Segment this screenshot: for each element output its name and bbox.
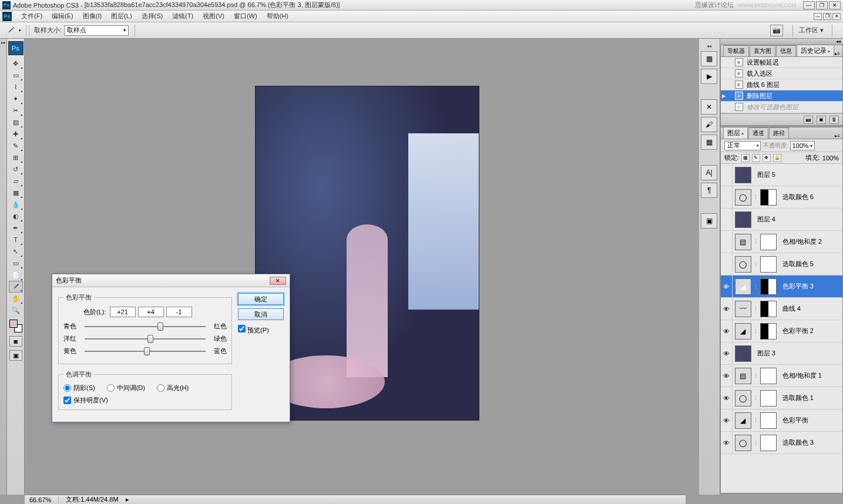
layer-row[interactable]: 👁◢⋮色彩平衡 bbox=[721, 409, 842, 432]
menu-edit[interactable]: 编辑(E) bbox=[47, 12, 78, 21]
doc-minimize-button[interactable]: — bbox=[814, 13, 822, 20]
visibility-toggle[interactable] bbox=[721, 231, 733, 253]
styles-dock-icon[interactable]: ▣ bbox=[701, 213, 717, 229]
layer-name[interactable]: 色相/饱和度 2 bbox=[779, 237, 822, 246]
layer-row[interactable]: 👁◯⋮选取颜色 3 bbox=[721, 432, 842, 454]
cancel-button[interactable]: 取消 bbox=[238, 308, 284, 320]
fill-input[interactable]: 100% bbox=[822, 154, 839, 162]
preview-checkbox[interactable]: 预览(P) bbox=[238, 325, 269, 335]
paragraph-dock-icon[interactable]: ¶ bbox=[701, 183, 717, 198]
mask-thumb[interactable] bbox=[760, 256, 777, 273]
history-brush-tool[interactable]: ↺ bbox=[9, 163, 23, 175]
menu-file[interactable]: 文件(F) bbox=[16, 12, 47, 21]
mask-thumb[interactable] bbox=[760, 368, 777, 384]
mask-thumb[interactable] bbox=[760, 323, 777, 340]
layer-name[interactable]: 选取颜色 6 bbox=[779, 193, 814, 201]
doc-restore-button[interactable]: ❐ bbox=[823, 13, 831, 20]
layer-row[interactable]: ◯⋮选取颜色 5 bbox=[721, 253, 842, 275]
layer-name[interactable]: 选取颜色 5 bbox=[779, 260, 814, 268]
link-icon[interactable]: ⋮ bbox=[753, 328, 758, 334]
link-icon[interactable]: ⋮ bbox=[753, 440, 758, 446]
visibility-toggle[interactable]: 👁 bbox=[721, 342, 733, 364]
adjustment-thumb[interactable]: ◢ bbox=[735, 323, 751, 340]
menu-select[interactable]: 选择(S) bbox=[137, 12, 168, 21]
layer-row[interactable]: ▤⋮色相/饱和度 2 bbox=[721, 231, 842, 253]
layer-row[interactable]: 图层 5 bbox=[721, 164, 842, 186]
gradient-tool[interactable]: ▦ bbox=[9, 187, 23, 199]
adjustment-thumb[interactable]: ◯ bbox=[735, 435, 751, 451]
ps-badge-icon[interactable]: Ps bbox=[8, 41, 23, 55]
adjustment-thumb[interactable]: ◢ bbox=[735, 412, 751, 429]
screenmode-button[interactable]: ▣ bbox=[9, 350, 22, 361]
sample-size-select[interactable]: 取样点 bbox=[64, 25, 129, 36]
layer-name[interactable]: 选取颜色 1 bbox=[779, 394, 814, 402]
mask-thumb[interactable] bbox=[760, 278, 777, 295]
shape-tool[interactable]: ▭ bbox=[9, 257, 23, 269]
panel-collapse-strip[interactable]: ◂◂ bbox=[720, 39, 843, 45]
adjustment-thumb[interactable]: ◯ bbox=[735, 390, 751, 406]
eraser-tool[interactable]: ▱ bbox=[9, 175, 23, 187]
adjustment-thumb[interactable]: ◢ bbox=[735, 278, 751, 295]
opacity-input[interactable]: 100% bbox=[790, 141, 815, 150]
tab-info[interactable]: 信息 bbox=[776, 45, 796, 56]
left-dock-strip[interactable]: ▸▸ bbox=[0, 39, 7, 495]
layer-name[interactable]: 图层 3 bbox=[754, 349, 775, 358]
lock-all-button[interactable]: 🔒 bbox=[773, 154, 781, 162]
menu-help[interactable]: 帮助(H) bbox=[262, 12, 293, 21]
eyedropper-tool[interactable] bbox=[9, 281, 23, 293]
link-icon[interactable]: ⋮ bbox=[753, 284, 758, 290]
visibility-toggle[interactable] bbox=[721, 186, 733, 208]
eyedropper-icon[interactable] bbox=[5, 25, 16, 36]
menu-view[interactable]: 视图(V) bbox=[198, 12, 229, 21]
mask-thumb[interactable] bbox=[760, 412, 777, 429]
history-item[interactable]: ≡载入选区 bbox=[721, 68, 842, 79]
path-tool[interactable]: ↖ bbox=[9, 246, 23, 257]
tab-paths[interactable]: 路径 bbox=[769, 127, 789, 139]
adjustment-thumb[interactable]: ◯ bbox=[735, 189, 751, 206]
slice-tool[interactable]: ▨ bbox=[9, 116, 23, 128]
history-snapshot-button[interactable]: 📷 bbox=[804, 116, 813, 124]
cyan-red-slider[interactable] bbox=[85, 326, 206, 327]
level-magenta-green-input[interactable] bbox=[138, 307, 164, 317]
brush-tool[interactable]: ✎ bbox=[9, 140, 23, 152]
adjustment-thumb[interactable]: 〰 bbox=[735, 301, 751, 317]
link-icon[interactable]: ⋮ bbox=[753, 395, 758, 401]
mask-thumb[interactable] bbox=[760, 301, 777, 317]
adjustment-thumb[interactable]: ▤ bbox=[735, 234, 751, 250]
menu-layer[interactable]: 图层(L) bbox=[106, 12, 136, 21]
bridge-icon[interactable]: 📷 bbox=[770, 25, 783, 36]
mask-thumb[interactable] bbox=[760, 189, 777, 206]
heal-tool[interactable]: ✚ bbox=[9, 128, 23, 140]
level-yellow-blue-input[interactable] bbox=[166, 307, 192, 317]
dialog-close-button[interactable]: ✕ bbox=[270, 277, 286, 285]
link-icon[interactable]: ⋮ bbox=[753, 306, 758, 312]
histogram-dock-icon[interactable]: ▶ bbox=[701, 69, 717, 84]
menu-image[interactable]: 图像(I) bbox=[78, 12, 106, 21]
highlights-radio[interactable]: 高光(H) bbox=[157, 384, 189, 392]
link-icon[interactable]: ⋮ bbox=[753, 373, 758, 379]
quickmask-button[interactable]: ◙ bbox=[9, 336, 22, 347]
tools-dock-icon[interactable]: ✕ bbox=[701, 99, 717, 115]
dodge-tool[interactable]: ◐ bbox=[9, 210, 23, 222]
ok-button[interactable]: 确定 bbox=[238, 293, 284, 305]
mask-thumb[interactable] bbox=[760, 435, 777, 451]
layer-name[interactable]: 曲线 4 bbox=[779, 304, 801, 313]
swatches-dock-icon[interactable]: ▦ bbox=[701, 135, 717, 150]
canvas-area[interactable]: 色彩平衡 ✕ 色彩平衡 色阶(L): 青色 bbox=[25, 39, 699, 495]
layer-thumb[interactable] bbox=[735, 211, 751, 228]
midtones-radio[interactable]: 中间调(D) bbox=[107, 384, 145, 392]
preserve-luminosity-checkbox[interactable]: 保持明度(V) bbox=[63, 396, 227, 405]
history-new-button[interactable]: ▣ bbox=[817, 116, 826, 124]
menu-window[interactable]: 窗口(W) bbox=[229, 12, 262, 21]
layer-row[interactable]: 👁图层 3 bbox=[721, 342, 842, 365]
adjustment-thumb[interactable]: ▤ bbox=[735, 368, 751, 384]
layer-row[interactable]: 👁◢⋮色彩平衡 2 bbox=[721, 320, 842, 342]
zoom-tool[interactable]: 🔍 bbox=[9, 304, 23, 316]
dialog-titlebar[interactable]: 色彩平衡 ✕ bbox=[52, 274, 290, 287]
type-tool[interactable]: T bbox=[9, 234, 23, 246]
hand-tool[interactable]: ✋ bbox=[9, 293, 23, 304]
workspace-button[interactable]: 工作区 ▾ bbox=[799, 26, 824, 35]
menu-filter[interactable]: 滤镜(T) bbox=[167, 12, 198, 21]
mask-thumb[interactable] bbox=[760, 390, 777, 406]
lasso-tool[interactable]: ⌇ bbox=[9, 81, 23, 93]
